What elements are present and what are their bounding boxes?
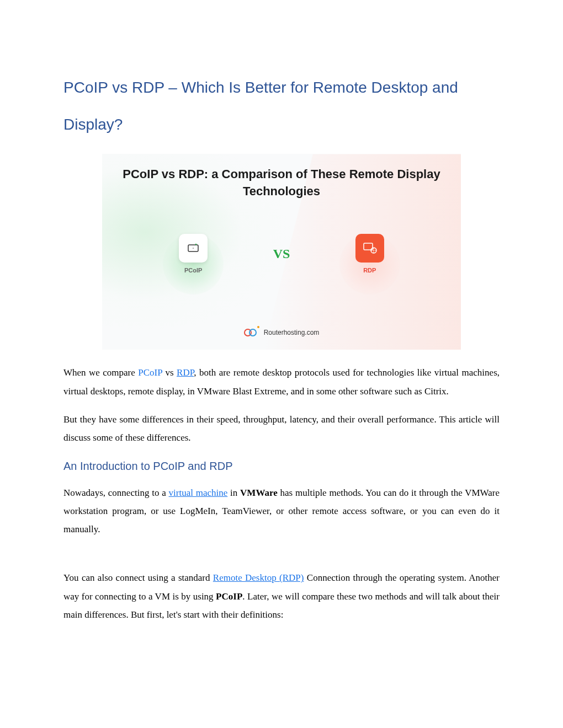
body-paragraph-1: Nowadays, connecting to a virtual machin… — [63, 484, 500, 538]
p3-text-mid: in — [227, 488, 240, 498]
svg-point-2 — [193, 248, 194, 249]
p4-text-pre: You can also connect using a standard — [63, 572, 213, 583]
svg-point-5 — [373, 250, 374, 251]
figure-heading: PCoIP vs RDP: a Comparison of These Remo… — [102, 166, 461, 200]
intro-paragraph-2: But they have some differences in their … — [63, 410, 500, 447]
pcoip-box: PCoIP — [179, 234, 208, 274]
svg-point-1 — [195, 244, 196, 245]
figure-footer: Routerhosting.com — [102, 328, 461, 338]
pcoip-bold: PCoIP — [216, 591, 242, 602]
vs-badge: VS — [273, 247, 290, 261]
rdp-link[interactable]: RDP — [177, 367, 194, 378]
remote-desktop-link[interactable]: Remote Desktop (RDP) — [213, 572, 304, 583]
routerhosting-logo — [244, 328, 261, 338]
virtual-machine-link[interactable]: virtual machine — [169, 488, 228, 498]
intro-paragraph-1: When we compare PCoIP vs RDP, both are r… — [63, 363, 500, 400]
body-paragraph-2: You can also connect using a standard Re… — [63, 569, 500, 623]
section-heading-intro: An Introduction to PCoIP and RDP — [63, 460, 500, 473]
page-title: PCoIP vs RDP – Which Is Better for Remot… — [63, 69, 500, 143]
pcoip-link[interactable]: PCoIP — [138, 367, 162, 378]
hero-figure: PCoIP vs RDP: a Comparison of These Remo… — [102, 154, 461, 350]
rdp-label: RDP — [363, 267, 376, 274]
p1-text-pre: When we compare — [63, 367, 138, 378]
logo-dot — [257, 326, 259, 328]
figure-footer-text: Routerhosting.com — [264, 329, 320, 336]
rdp-icon — [355, 234, 384, 263]
p3-text-pre: Nowadays, connecting to a — [63, 488, 169, 498]
pcoip-icon — [179, 234, 208, 263]
rdp-box: RDP — [355, 234, 384, 274]
logo-circle-blue — [249, 329, 257, 336]
figure-comparison-row: PCoIP VS RDP — [102, 234, 461, 274]
p1-text-mid: vs — [162, 367, 177, 378]
vmware-bold: VMWare — [240, 488, 278, 498]
pcoip-label: PCoIP — [184, 267, 202, 274]
hero-figure-container: PCoIP vs RDP: a Comparison of These Remo… — [63, 154, 500, 350]
